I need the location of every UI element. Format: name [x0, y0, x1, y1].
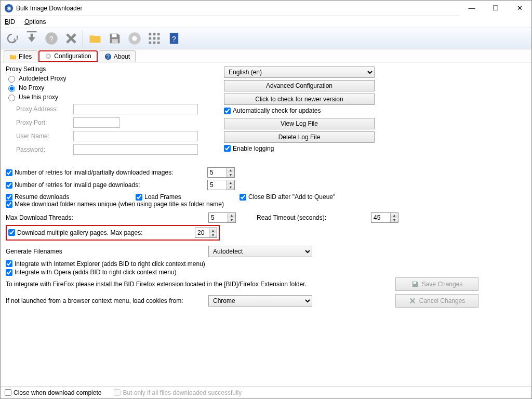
statusbar: Close when download complete But only if…: [1, 386, 531, 398]
close-after-queue-checkbox[interactable]: Close BID after "Add to Queue": [240, 193, 335, 201]
toolbar-cancel[interactable]: [62, 29, 81, 48]
spin-up-icon[interactable]: ▲: [227, 168, 234, 172]
menu-options[interactable]: Options: [23, 18, 47, 25]
spin-down-icon[interactable]: ▼: [227, 172, 234, 177]
svg-rect-11: [157, 37, 160, 39]
tab-files-label: Files: [19, 53, 32, 60]
svg-rect-2: [112, 34, 116, 37]
multipage-checkbox[interactable]: Download multiple gallery pages. Max pag…: [8, 229, 195, 236]
cookies-label: If not launched from a browser context m…: [6, 297, 208, 304]
svg-rect-21: [413, 282, 416, 284]
multipage-spinner[interactable]: ▲▼: [195, 228, 217, 238]
proxy-port-input[interactable]: [73, 117, 120, 128]
gear-icon: [45, 52, 52, 60]
retries-images-checkbox[interactable]: Number of retries for invalid/partially …: [6, 169, 202, 176]
firefox-note: To integrate with FireFox please install…: [6, 281, 369, 288]
tab-configuration[interactable]: Configuration: [38, 50, 97, 62]
tabstrip: Files Configuration ? About: [1, 49, 531, 62]
window-title: Bulk Image Downloader: [16, 5, 460, 12]
svg-point-18: [47, 55, 49, 57]
radio-noproxy[interactable]: No Proxy: [6, 83, 208, 92]
tab-about[interactable]: ? About: [99, 50, 136, 62]
svg-text:?: ?: [172, 34, 176, 43]
integrate-opera-checkbox[interactable]: Integrate with Opera (adds BID to right …: [6, 269, 176, 276]
toolbar-separator: [83, 30, 84, 47]
save-icon: [411, 281, 419, 288]
generate-filenames-label: Generate Filenames: [6, 248, 208, 255]
proxy-pass-label: Password:: [16, 146, 73, 153]
tab-about-label: About: [114, 53, 130, 60]
multipage-row: Download multiple gallery pages. Max pag…: [6, 225, 220, 241]
proxy-address-label: Proxy Address:: [16, 105, 73, 113]
read-timeout-spinner[interactable]: ▲▼: [371, 212, 398, 223]
toolbar-info[interactable]: ?: [165, 29, 183, 48]
toolbar-save[interactable]: [105, 29, 124, 48]
retries-images-spinner[interactable]: ▲▼: [207, 167, 235, 178]
retries-pages-spinner[interactable]: ▲▼: [207, 180, 235, 190]
auto-update-checkbox[interactable]: Automatically check for updates: [224, 107, 321, 114]
svg-rect-8: [157, 33, 160, 35]
svg-rect-3: [112, 39, 118, 43]
resume-downloads-checkbox[interactable]: Resume downloads: [6, 193, 136, 201]
svg-rect-12: [149, 41, 152, 44]
svg-rect-10: [153, 37, 156, 39]
cancel-changes-button[interactable]: Cancel Changes: [395, 294, 478, 308]
cancel-icon: [409, 297, 416, 304]
check-version-button[interactable]: Click to check for newer version: [224, 94, 375, 105]
config-panel: Proxy Settings Autodetect Proxy No Proxy…: [1, 62, 531, 386]
proxy-address-input[interactable]: [73, 104, 198, 114]
proxy-user-label: User Name:: [16, 132, 73, 140]
max-threads-label: Max Download Threads:: [6, 214, 208, 221]
svg-rect-6: [149, 33, 152, 35]
close-when-complete-checkbox[interactable]: Close when download complete: [5, 389, 101, 396]
advanced-config-button[interactable]: Advanced Configuration: [224, 80, 375, 91]
toolbar-help[interactable]: ?: [42, 29, 61, 48]
svg-point-5: [132, 36, 137, 41]
integrate-ie-checkbox[interactable]: Integrate with Internet Explorer (adds B…: [6, 260, 205, 268]
toolbar-folder[interactable]: [86, 29, 104, 48]
cookies-select[interactable]: Chrome: [208, 295, 312, 307]
svg-rect-7: [153, 33, 156, 35]
svg-rect-13: [153, 41, 156, 44]
save-changes-button[interactable]: Save Changes: [395, 277, 478, 291]
max-threads-spinner[interactable]: ▲▼: [208, 212, 236, 223]
app-icon: ◉: [5, 4, 13, 12]
proxy-legend: Proxy Settings: [6, 65, 46, 73]
read-timeout-label: Read Timeout (seconds):: [257, 214, 371, 221]
generate-filenames-select[interactable]: Autodetect: [208, 246, 312, 257]
language-select[interactable]: English (en): [224, 66, 375, 78]
maximize-button[interactable]: ☐: [484, 1, 508, 16]
menu-bid[interactable]: BID: [4, 18, 16, 25]
proxy-user-input[interactable]: [73, 131, 198, 141]
tab-configuration-label: Configuration: [54, 52, 91, 60]
tab-files[interactable]: Files: [4, 50, 37, 62]
close-button[interactable]: ✕: [508, 1, 531, 16]
toolbar-refresh[interactable]: [3, 29, 21, 48]
titlebar: ◉ Bulk Image Downloader — ☐ ✕: [1, 1, 531, 16]
unique-names-checkbox[interactable]: Make download folder names unique (when …: [6, 201, 224, 208]
proxy-pass-input[interactable]: [73, 144, 198, 155]
svg-rect-9: [149, 37, 152, 39]
svg-text:?: ?: [49, 34, 54, 43]
svg-rect-14: [157, 41, 160, 44]
radio-usethis[interactable]: Use this proxy: [6, 92, 208, 102]
toolbar-download[interactable]: [22, 29, 41, 48]
info-icon: ?: [104, 53, 112, 60]
minimize-button[interactable]: —: [460, 1, 484, 16]
enable-logging-checkbox[interactable]: Enable logging: [224, 145, 274, 152]
radio-autodetect[interactable]: Autodetect Proxy: [6, 74, 208, 83]
proxy-port-label: Proxy Port:: [16, 119, 73, 126]
view-log-button[interactable]: View Log File: [224, 118, 375, 129]
retries-pages-checkbox[interactable]: Number of retries for invalid page downl…: [6, 181, 202, 189]
delete-log-button[interactable]: Delete Log File: [224, 131, 375, 143]
toolbar-grid[interactable]: [145, 29, 164, 48]
but-only-success-checkbox: But only if all files downloaded success…: [114, 389, 242, 396]
folder-icon: [9, 53, 17, 60]
toolbar-gear[interactable]: [125, 29, 144, 48]
menubar: BID Options: [1, 16, 531, 28]
toolbar: ? ?: [1, 28, 531, 49]
load-frames-checkbox[interactable]: Load Frames: [136, 193, 240, 201]
svg-text:?: ?: [107, 53, 110, 59]
